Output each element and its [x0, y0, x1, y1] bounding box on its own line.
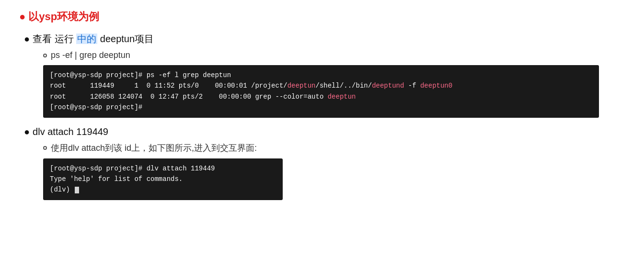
red-dot: ● — [19, 11, 25, 23]
sub-bullet-2: 使用dlv attach到该 id上，如下图所示,进入到交互界面: — [43, 142, 625, 154]
cursor-icon — [75, 187, 79, 193]
black-dot-2: ● — [24, 126, 30, 137]
main-title: ● 以ysp环境为例 — [19, 10, 625, 24]
terminal-line-4: [root@ysp-sdp project]# — [50, 102, 592, 112]
terminal-2: [root@ysp-sdp project]# dlv attach 11944… — [43, 158, 283, 200]
section1-bullet: ● 查看 运行 中的 deeptun项目 — [24, 33, 625, 45]
sub-bullet-1: ps -ef | grep deeptun — [43, 50, 625, 60]
terminal-line-2: root 119449 1 0 11:52 pts/0 00:00:01 /pr… — [50, 80, 592, 91]
terminal2-line-3: (dlv) — [50, 184, 276, 195]
terminal2-line-1: [root@ysp-sdp project]# dlv attach 11944… — [50, 163, 276, 174]
circle-icon-1 — [43, 54, 47, 57]
terminal-1: [root@ysp-sdp project]# ps -ef l grep de… — [43, 65, 599, 118]
terminal-line-1: [root@ysp-sdp project]# ps -ef l grep de… — [50, 70, 592, 80]
section1-text: 查看 运行 中的 deeptun项目 — [33, 33, 154, 45]
highlight-blue-text: 中的 — [76, 34, 97, 44]
terminal2-line-2: Type 'help' for list of commands. — [50, 174, 276, 184]
black-dot-1: ● — [24, 34, 30, 45]
terminal-line-3: root 126058 124074 0 12:47 pts/2 00:00:0… — [50, 91, 592, 102]
circle-icon-2 — [43, 146, 47, 150]
section2-bullet: ● dlv attach 119449 — [24, 126, 625, 137]
